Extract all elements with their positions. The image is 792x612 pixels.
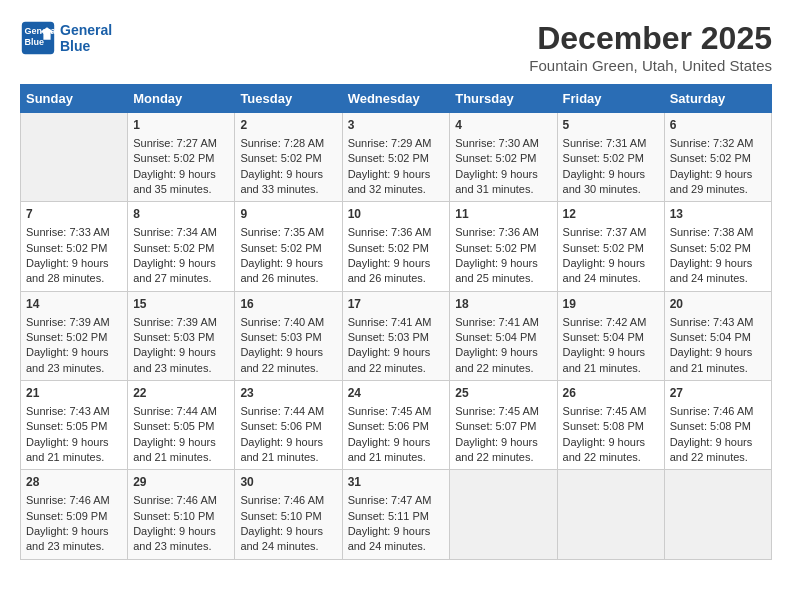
daylight-text: Daylight: 9 hours and 21 minutes. bbox=[133, 436, 216, 463]
sunrise-text: Sunrise: 7:33 AM bbox=[26, 226, 110, 238]
calendar-cell: 15Sunrise: 7:39 AMSunset: 5:03 PMDayligh… bbox=[128, 291, 235, 380]
daylight-text: Daylight: 9 hours and 21 minutes. bbox=[670, 346, 753, 373]
daylight-text: Daylight: 9 hours and 24 minutes. bbox=[563, 257, 646, 284]
calendar-cell: 16Sunrise: 7:40 AMSunset: 5:03 PMDayligh… bbox=[235, 291, 342, 380]
daylight-text: Daylight: 9 hours and 27 minutes. bbox=[133, 257, 216, 284]
day-number: 16 bbox=[240, 296, 336, 313]
calendar-cell: 17Sunrise: 7:41 AMSunset: 5:03 PMDayligh… bbox=[342, 291, 450, 380]
sunrise-text: Sunrise: 7:35 AM bbox=[240, 226, 324, 238]
calendar-week-2: 7Sunrise: 7:33 AMSunset: 5:02 PMDaylight… bbox=[21, 202, 772, 291]
sunset-text: Sunset: 5:02 PM bbox=[133, 242, 214, 254]
day-number: 3 bbox=[348, 117, 445, 134]
day-number: 13 bbox=[670, 206, 766, 223]
sunset-text: Sunset: 5:03 PM bbox=[348, 331, 429, 343]
daylight-text: Daylight: 9 hours and 26 minutes. bbox=[240, 257, 323, 284]
calendar-cell bbox=[557, 470, 664, 559]
sunrise-text: Sunrise: 7:31 AM bbox=[563, 137, 647, 149]
day-number: 10 bbox=[348, 206, 445, 223]
title-area: December 2025 Fountain Green, Utah, Unit… bbox=[529, 20, 772, 74]
calendar-cell: 24Sunrise: 7:45 AMSunset: 5:06 PMDayligh… bbox=[342, 381, 450, 470]
sunrise-text: Sunrise: 7:28 AM bbox=[240, 137, 324, 149]
daylight-text: Daylight: 9 hours and 24 minutes. bbox=[670, 257, 753, 284]
sunrise-text: Sunrise: 7:46 AM bbox=[133, 494, 217, 506]
daylight-text: Daylight: 9 hours and 25 minutes. bbox=[455, 257, 538, 284]
calendar-cell: 27Sunrise: 7:46 AMSunset: 5:08 PMDayligh… bbox=[664, 381, 771, 470]
sunset-text: Sunset: 5:10 PM bbox=[133, 510, 214, 522]
day-number: 5 bbox=[563, 117, 659, 134]
sunrise-text: Sunrise: 7:45 AM bbox=[455, 405, 539, 417]
calendar-cell: 9Sunrise: 7:35 AMSunset: 5:02 PMDaylight… bbox=[235, 202, 342, 291]
sunset-text: Sunset: 5:02 PM bbox=[26, 242, 107, 254]
daylight-text: Daylight: 9 hours and 31 minutes. bbox=[455, 168, 538, 195]
day-number: 4 bbox=[455, 117, 551, 134]
daylight-text: Daylight: 9 hours and 22 minutes. bbox=[240, 346, 323, 373]
logo-blue: Blue bbox=[60, 38, 112, 54]
day-number: 6 bbox=[670, 117, 766, 134]
sunrise-text: Sunrise: 7:41 AM bbox=[455, 316, 539, 328]
sunrise-text: Sunrise: 7:27 AM bbox=[133, 137, 217, 149]
day-number: 31 bbox=[348, 474, 445, 491]
calendar-cell: 28Sunrise: 7:46 AMSunset: 5:09 PMDayligh… bbox=[21, 470, 128, 559]
sunset-text: Sunset: 5:02 PM bbox=[563, 242, 644, 254]
day-number: 21 bbox=[26, 385, 122, 402]
day-number: 12 bbox=[563, 206, 659, 223]
calendar-week-3: 14Sunrise: 7:39 AMSunset: 5:02 PMDayligh… bbox=[21, 291, 772, 380]
calendar-cell: 2Sunrise: 7:28 AMSunset: 5:02 PMDaylight… bbox=[235, 113, 342, 202]
sunset-text: Sunset: 5:08 PM bbox=[563, 420, 644, 432]
daylight-text: Daylight: 9 hours and 21 minutes. bbox=[26, 436, 109, 463]
daylight-text: Daylight: 9 hours and 26 minutes. bbox=[348, 257, 431, 284]
calendar-cell: 10Sunrise: 7:36 AMSunset: 5:02 PMDayligh… bbox=[342, 202, 450, 291]
month-title: December 2025 bbox=[529, 20, 772, 57]
sunset-text: Sunset: 5:02 PM bbox=[670, 152, 751, 164]
column-header-sunday: Sunday bbox=[21, 85, 128, 113]
sunset-text: Sunset: 5:04 PM bbox=[563, 331, 644, 343]
sunrise-text: Sunrise: 7:45 AM bbox=[563, 405, 647, 417]
sunrise-text: Sunrise: 7:42 AM bbox=[563, 316, 647, 328]
daylight-text: Daylight: 9 hours and 21 minutes. bbox=[563, 346, 646, 373]
calendar-cell: 8Sunrise: 7:34 AMSunset: 5:02 PMDaylight… bbox=[128, 202, 235, 291]
sunset-text: Sunset: 5:08 PM bbox=[670, 420, 751, 432]
sunrise-text: Sunrise: 7:36 AM bbox=[348, 226, 432, 238]
sunset-text: Sunset: 5:02 PM bbox=[563, 152, 644, 164]
calendar-cell: 31Sunrise: 7:47 AMSunset: 5:11 PMDayligh… bbox=[342, 470, 450, 559]
sunset-text: Sunset: 5:02 PM bbox=[26, 331, 107, 343]
calendar-cell: 19Sunrise: 7:42 AMSunset: 5:04 PMDayligh… bbox=[557, 291, 664, 380]
sunset-text: Sunset: 5:09 PM bbox=[26, 510, 107, 522]
daylight-text: Daylight: 9 hours and 22 minutes. bbox=[348, 346, 431, 373]
sunset-text: Sunset: 5:02 PM bbox=[348, 242, 429, 254]
daylight-text: Daylight: 9 hours and 22 minutes. bbox=[455, 346, 538, 373]
day-number: 18 bbox=[455, 296, 551, 313]
daylight-text: Daylight: 9 hours and 33 minutes. bbox=[240, 168, 323, 195]
calendar-table: SundayMondayTuesdayWednesdayThursdayFrid… bbox=[20, 84, 772, 560]
daylight-text: Daylight: 9 hours and 22 minutes. bbox=[670, 436, 753, 463]
calendar-week-1: 1Sunrise: 7:27 AMSunset: 5:02 PMDaylight… bbox=[21, 113, 772, 202]
calendar-cell bbox=[664, 470, 771, 559]
sunrise-text: Sunrise: 7:46 AM bbox=[670, 405, 754, 417]
day-number: 8 bbox=[133, 206, 229, 223]
sunset-text: Sunset: 5:10 PM bbox=[240, 510, 321, 522]
calendar-cell: 11Sunrise: 7:36 AMSunset: 5:02 PMDayligh… bbox=[450, 202, 557, 291]
sunset-text: Sunset: 5:04 PM bbox=[455, 331, 536, 343]
calendar-cell: 29Sunrise: 7:46 AMSunset: 5:10 PMDayligh… bbox=[128, 470, 235, 559]
calendar-cell: 13Sunrise: 7:38 AMSunset: 5:02 PMDayligh… bbox=[664, 202, 771, 291]
day-number: 11 bbox=[455, 206, 551, 223]
sunset-text: Sunset: 5:02 PM bbox=[455, 242, 536, 254]
day-number: 27 bbox=[670, 385, 766, 402]
column-header-friday: Friday bbox=[557, 85, 664, 113]
calendar-cell: 12Sunrise: 7:37 AMSunset: 5:02 PMDayligh… bbox=[557, 202, 664, 291]
day-number: 20 bbox=[670, 296, 766, 313]
sunset-text: Sunset: 5:02 PM bbox=[670, 242, 751, 254]
sunrise-text: Sunrise: 7:39 AM bbox=[133, 316, 217, 328]
day-number: 30 bbox=[240, 474, 336, 491]
day-number: 2 bbox=[240, 117, 336, 134]
calendar-cell: 25Sunrise: 7:45 AMSunset: 5:07 PMDayligh… bbox=[450, 381, 557, 470]
daylight-text: Daylight: 9 hours and 23 minutes. bbox=[133, 525, 216, 552]
daylight-text: Daylight: 9 hours and 29 minutes. bbox=[670, 168, 753, 195]
calendar-cell: 14Sunrise: 7:39 AMSunset: 5:02 PMDayligh… bbox=[21, 291, 128, 380]
calendar-cell bbox=[450, 470, 557, 559]
page-header: General Blue General Blue December 2025 … bbox=[20, 20, 772, 74]
calendar-cell bbox=[21, 113, 128, 202]
column-header-saturday: Saturday bbox=[664, 85, 771, 113]
calendar-cell: 6Sunrise: 7:32 AMSunset: 5:02 PMDaylight… bbox=[664, 113, 771, 202]
sunrise-text: Sunrise: 7:43 AM bbox=[670, 316, 754, 328]
